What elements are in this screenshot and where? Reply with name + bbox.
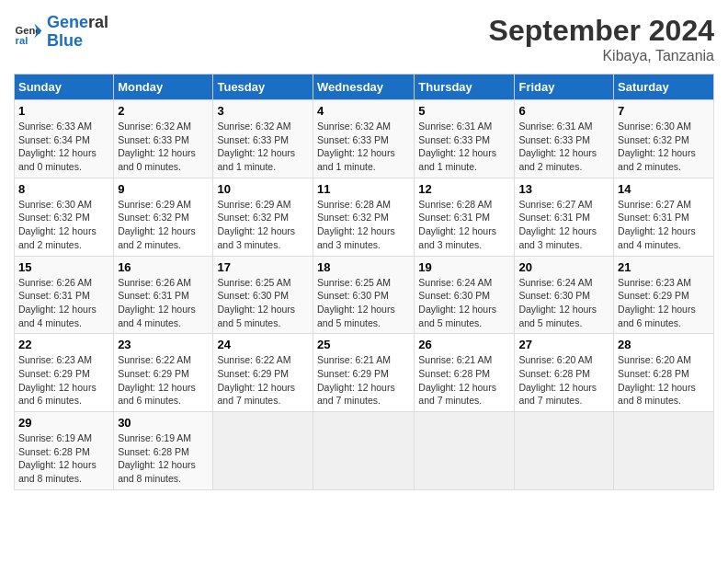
day-number: 16 [118,260,209,274]
calendar-cell: 19Sunrise: 6:24 AMSunset: 6:30 PMDayligh… [415,256,515,334]
month-year-title: September 2024 [489,14,714,48]
day-detail: Sunrise: 6:24 AMSunset: 6:30 PMDaylight:… [418,276,510,330]
day-number: 6 [518,104,609,118]
calendar-cell: 6Sunrise: 6:31 AMSunset: 6:33 PMDaylight… [515,100,614,178]
calendar-cell: 23Sunrise: 6:22 AMSunset: 6:29 PMDayligh… [114,334,213,412]
col-header-monday: Monday [114,75,213,100]
day-number: 13 [518,182,609,196]
day-number: 25 [317,338,410,351]
day-number: 9 [118,182,209,196]
calendar-cell: 4Sunrise: 6:32 AMSunset: 6:33 PMDaylight… [313,100,415,178]
day-detail: Sunrise: 6:27 AMSunset: 6:31 PMDaylight:… [518,198,609,252]
calendar-week-row: 1Sunrise: 6:33 AMSunset: 6:34 PMDaylight… [15,100,714,178]
day-number: 2 [118,104,209,118]
day-detail: Sunrise: 6:31 AMSunset: 6:33 PMDaylight:… [418,120,510,174]
calendar-cell: 1Sunrise: 6:33 AMSunset: 6:34 PMDaylight… [15,100,114,178]
calendar-week-row: 8Sunrise: 6:30 AMSunset: 6:32 PMDaylight… [15,178,714,256]
day-detail: Sunrise: 6:30 AMSunset: 6:32 PMDaylight:… [18,198,109,252]
day-number: 30 [118,416,209,430]
day-number: 24 [217,338,309,351]
day-detail: Sunrise: 6:26 AMSunset: 6:31 PMDaylight:… [18,276,109,330]
day-detail: Sunrise: 6:22 AMSunset: 6:29 PMDaylight:… [118,353,209,408]
day-number: 21 [618,260,710,274]
day-detail: Sunrise: 6:20 AMSunset: 6:28 PMDaylight:… [618,353,710,408]
day-detail: Sunrise: 6:23 AMSunset: 6:29 PMDaylight:… [18,353,109,408]
day-number: 18 [317,260,410,274]
calendar-cell: 7Sunrise: 6:30 AMSunset: 6:32 PMDaylight… [614,100,714,178]
calendar-cell: 27Sunrise: 6:20 AMSunset: 6:28 PMDayligh… [515,334,614,412]
day-detail: Sunrise: 6:30 AMSunset: 6:32 PMDaylight:… [618,120,710,174]
day-detail: Sunrise: 6:28 AMSunset: 6:31 PMDaylight:… [418,198,510,252]
calendar-cell: 28Sunrise: 6:20 AMSunset: 6:28 PMDayligh… [614,334,714,412]
col-header-sunday: Sunday [15,75,114,100]
day-number: 27 [518,338,609,351]
day-detail: Sunrise: 6:19 AMSunset: 6:28 PMDaylight:… [18,431,109,486]
day-detail: Sunrise: 6:21 AMSunset: 6:28 PMDaylight:… [418,353,510,408]
day-number: 4 [317,104,410,118]
calendar-cell [415,412,515,490]
day-number: 29 [18,416,109,430]
day-detail: Sunrise: 6:27 AMSunset: 6:31 PMDaylight:… [618,198,710,252]
day-number: 12 [418,182,510,196]
calendar-cell: 24Sunrise: 6:22 AMSunset: 6:29 PMDayligh… [213,334,313,412]
calendar-cell [313,412,415,490]
calendar-week-row: 22Sunrise: 6:23 AMSunset: 6:29 PMDayligh… [15,334,714,412]
day-number: 5 [418,104,510,118]
calendar-cell: 9Sunrise: 6:29 AMSunset: 6:32 PMDaylight… [114,178,213,256]
day-number: 26 [418,338,510,351]
day-detail: Sunrise: 6:29 AMSunset: 6:32 PMDaylight:… [217,198,309,252]
day-detail: Sunrise: 6:29 AMSunset: 6:32 PMDaylight:… [118,198,209,252]
day-detail: Sunrise: 6:21 AMSunset: 6:29 PMDaylight:… [317,353,410,408]
location-subtitle: Kibaya, Tanzania [489,48,714,64]
calendar-cell: 29Sunrise: 6:19 AMSunset: 6:28 PMDayligh… [15,412,114,490]
calendar-cell: 3Sunrise: 6:32 AMSunset: 6:33 PMDaylight… [213,100,313,178]
col-header-friday: Friday [515,75,614,100]
page-header: Gene ral GeneralBlue September 2024 Kiba… [14,14,714,64]
calendar-cell: 22Sunrise: 6:23 AMSunset: 6:29 PMDayligh… [15,334,114,412]
day-detail: Sunrise: 6:31 AMSunset: 6:33 PMDaylight:… [518,120,609,174]
day-number: 23 [118,338,209,351]
day-number: 1 [18,104,109,118]
col-header-tuesday: Tuesday [213,75,313,100]
calendar-cell: 14Sunrise: 6:27 AMSunset: 6:31 PMDayligh… [614,178,714,256]
day-detail: Sunrise: 6:23 AMSunset: 6:29 PMDaylight:… [618,276,710,330]
calendar-cell: 21Sunrise: 6:23 AMSunset: 6:29 PMDayligh… [614,256,714,334]
calendar-cell [614,412,714,490]
calendar-cell: 11Sunrise: 6:28 AMSunset: 6:32 PMDayligh… [313,178,415,256]
col-header-thursday: Thursday [415,75,515,100]
calendar-cell: 30Sunrise: 6:19 AMSunset: 6:28 PMDayligh… [114,412,213,490]
day-detail: Sunrise: 6:25 AMSunset: 6:30 PMDaylight:… [317,276,410,330]
day-detail: Sunrise: 6:26 AMSunset: 6:31 PMDaylight:… [118,276,209,330]
day-detail: Sunrise: 6:19 AMSunset: 6:28 PMDaylight:… [118,431,209,486]
calendar-cell: 16Sunrise: 6:26 AMSunset: 6:31 PMDayligh… [114,256,213,334]
calendar-cell: 8Sunrise: 6:30 AMSunset: 6:32 PMDaylight… [15,178,114,256]
logo-text: GeneralBlue [47,14,108,51]
calendar-cell: 26Sunrise: 6:21 AMSunset: 6:28 PMDayligh… [415,334,515,412]
day-number: 10 [217,182,309,196]
calendar-cell: 20Sunrise: 6:24 AMSunset: 6:30 PMDayligh… [515,256,614,334]
calendar-week-row: 29Sunrise: 6:19 AMSunset: 6:28 PMDayligh… [15,412,714,490]
calendar-cell: 13Sunrise: 6:27 AMSunset: 6:31 PMDayligh… [515,178,614,256]
day-number: 14 [618,182,710,196]
calendar-cell: 10Sunrise: 6:29 AMSunset: 6:32 PMDayligh… [213,178,313,256]
logo: Gene ral GeneralBlue [14,14,108,51]
day-number: 19 [418,260,510,274]
day-number: 15 [18,260,109,274]
calendar-cell: 25Sunrise: 6:21 AMSunset: 6:29 PMDayligh… [313,334,415,412]
calendar-cell [515,412,614,490]
col-header-saturday: Saturday [614,75,714,100]
day-detail: Sunrise: 6:32 AMSunset: 6:33 PMDaylight:… [118,120,209,174]
logo-icon: Gene ral [14,17,43,47]
title-block: September 2024 Kibaya, Tanzania [489,14,714,64]
calendar-week-row: 15Sunrise: 6:26 AMSunset: 6:31 PMDayligh… [15,256,714,334]
calendar-cell: 17Sunrise: 6:25 AMSunset: 6:30 PMDayligh… [213,256,313,334]
calendar-cell: 12Sunrise: 6:28 AMSunset: 6:31 PMDayligh… [415,178,515,256]
calendar-cell: 2Sunrise: 6:32 AMSunset: 6:33 PMDaylight… [114,100,213,178]
day-number: 3 [217,104,309,118]
day-number: 11 [317,182,410,196]
day-number: 17 [217,260,309,274]
day-number: 22 [18,338,109,351]
day-detail: Sunrise: 6:32 AMSunset: 6:33 PMDaylight:… [217,120,309,174]
col-header-wednesday: Wednesday [313,75,415,100]
calendar-cell [213,412,313,490]
